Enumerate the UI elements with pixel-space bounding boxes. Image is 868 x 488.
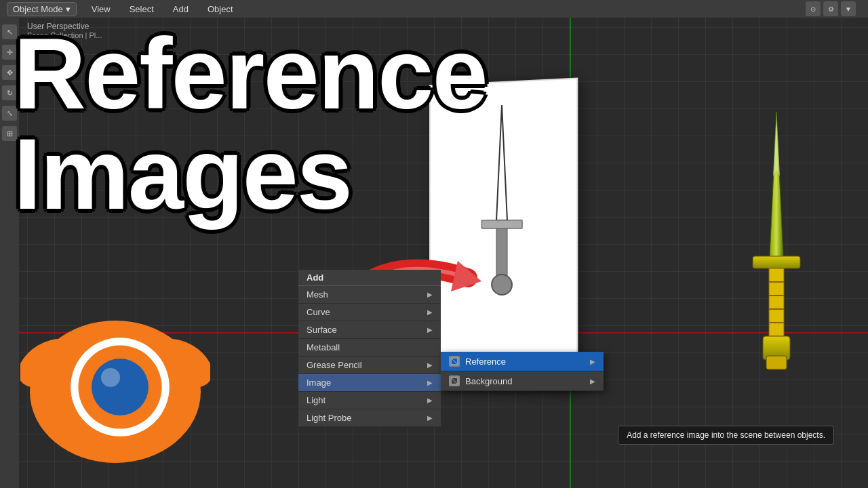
- menu-select[interactable]: Select: [125, 3, 158, 16]
- reference-icon: [449, 356, 460, 367]
- menu-add[interactable]: Add: [169, 3, 193, 16]
- menu-view[interactable]: View: [87, 3, 115, 16]
- svg-line-28: [451, 378, 458, 384]
- menu-item-mesh[interactable]: Mesh ▶: [298, 286, 441, 304]
- tooltip-text: Add a reference image into the scene bet…: [627, 430, 825, 440]
- menu-light-label: Light: [307, 395, 326, 405]
- right-topbar-icons: ⊙ ⚙ ▼: [800, 0, 861, 18]
- menu-mesh-label: Mesh: [307, 289, 328, 300]
- icon-btn-1[interactable]: ⊙: [806, 1, 821, 16]
- svg-marker-7: [496, 105, 507, 220]
- menu-light-probe-label: Light Probe: [307, 413, 352, 423]
- submenu-image: Reference ▶ Background ▶: [441, 352, 604, 391]
- menu-light-arrow: ▶: [427, 396, 433, 404]
- menu-item-image[interactable]: Image ▶ Reference ▶: [298, 374, 441, 392]
- view-label: View: [92, 4, 111, 14]
- svg-rect-15: [769, 268, 784, 336]
- menu-grease-arrow: ▶: [427, 361, 433, 369]
- object-mode-dropdown[interactable]: Object Mode ▾: [7, 2, 77, 16]
- menu-surface-arrow: ▶: [427, 326, 433, 333]
- menu-item-curve[interactable]: Curve ▶: [298, 304, 441, 321]
- menu-curve-label: Curve: [307, 307, 330, 317]
- menu-mesh-arrow: ▶: [427, 291, 433, 298]
- svg-point-6: [101, 368, 120, 387]
- title-line2: Images: [14, 124, 487, 224]
- title-line1: Reference: [14, 24, 487, 124]
- menu-metaball-label: Metaball: [307, 342, 340, 352]
- svg-rect-9: [496, 228, 507, 276]
- submenu-reference[interactable]: Reference ▶: [441, 352, 604, 371]
- menu-light-probe-arrow: ▶: [427, 414, 433, 422]
- icon-btn-2[interactable]: ⚙: [823, 1, 838, 16]
- topbar: Object Mode ▾ View Select Add Object ⊙ ⚙…: [0, 0, 868, 18]
- submenu-reference-label: Reference: [465, 357, 506, 367]
- background-icon: [449, 375, 460, 386]
- menu-item-metaball[interactable]: Metaball: [298, 339, 441, 357]
- object-label: Object: [208, 4, 233, 14]
- menu-curve-arrow: ▶: [427, 308, 433, 316]
- submenu-background[interactable]: Background ▶: [441, 371, 604, 391]
- context-menu: Add Mesh ▶ Curve ▶ Surface ▶ Metaball Gr…: [298, 270, 441, 427]
- menu-surface-label: Surface: [307, 325, 337, 335]
- svg-line-26: [451, 358, 458, 365]
- context-menu-header: Add: [298, 270, 441, 286]
- menu-object[interactable]: Object: [203, 3, 237, 16]
- menu-item-light[interactable]: Light ▶: [298, 392, 441, 409]
- svg-point-10: [492, 274, 512, 295]
- submenu-background-arrow: ▶: [590, 378, 595, 385]
- submenu-background-label: Background: [465, 376, 512, 386]
- menu-item-light-probe[interactable]: Light Probe ▶: [298, 409, 441, 427]
- blender-logo: [20, 278, 210, 468]
- title-overlay: Reference Images: [14, 24, 487, 224]
- svg-rect-21: [766, 356, 787, 369]
- select-label: Select: [130, 4, 154, 14]
- svg-rect-11: [481, 220, 522, 228]
- icon-btn-3[interactable]: ▼: [841, 1, 856, 16]
- menu-grease-label: Grease Pencil: [307, 360, 362, 370]
- tooltip: Add a reference image into the scene bet…: [618, 426, 834, 445]
- menu-image-label: Image: [307, 378, 331, 388]
- dropdown-icon: ▾: [66, 4, 71, 14]
- sword-3d-model: [746, 108, 807, 400]
- submenu-reference-arrow: ▶: [590, 358, 595, 365]
- svg-point-5: [92, 359, 149, 415]
- svg-marker-13: [773, 112, 780, 176]
- add-label: Add: [173, 4, 189, 14]
- object-mode-label: Object Mode: [13, 4, 63, 14]
- menu-item-surface[interactable]: Surface ▶: [298, 321, 441, 339]
- menu-image-arrow: ▶: [427, 379, 433, 386]
- menu-item-grease-pencil[interactable]: Grease Pencil ▶: [298, 357, 441, 374]
- svg-rect-14: [753, 256, 800, 268]
